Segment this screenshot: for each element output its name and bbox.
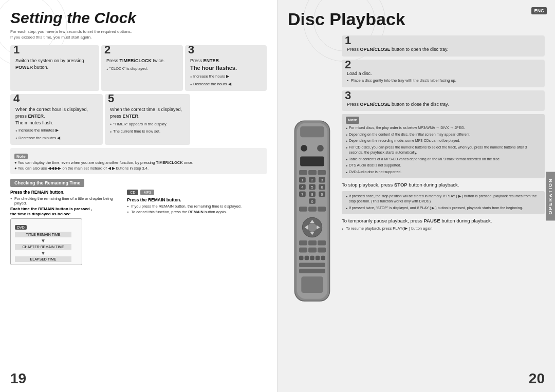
cd-mp3-badges: CD MP3 <box>127 190 267 195</box>
page-container: Setting the Clock For each step, you hav… <box>0 0 555 392</box>
svg-rect-43 <box>318 248 326 253</box>
mp3-badge: MP3 <box>140 190 154 195</box>
dvd-item-1: TITLE REMAIN TIME <box>15 232 71 237</box>
svg-rect-49 <box>299 263 325 268</box>
svg-rect-40 <box>318 240 326 246</box>
step-3-content: Press ENTER. The hour flashes. Increase … <box>190 58 262 87</box>
svg-text:9: 9 <box>321 192 323 197</box>
step-1-number: 1 <box>13 43 20 57</box>
svg-text:1: 1 <box>301 178 303 183</box>
step-5-content: When the correct time is displayed, pres… <box>110 106 184 134</box>
svg-rect-29 <box>299 207 307 212</box>
step-5: 5 When the correct time is displayed, pr… <box>105 94 190 145</box>
stop-note-2: If pressed twice, "STOP" is displayed, a… <box>346 206 541 211</box>
remain-title: Press the REMAIN button. <box>10 190 122 195</box>
stop-playback-text: To stop playback, press STOP button duri… <box>342 181 545 188</box>
stop-note-1: If pressed once, the stop position will … <box>346 194 541 204</box>
svg-rect-41 <box>299 248 307 253</box>
step-4-content: When the correct hour is displayed, pres… <box>15 106 98 141</box>
checking-header: Checking the Remaining Time <box>10 179 84 187</box>
svg-rect-46 <box>310 256 314 260</box>
step-5-note2: The current time is now set. <box>110 129 184 135</box>
pause-note: To resume playback, press PLAY( ▶ ) butt… <box>342 226 545 231</box>
svg-text:8: 8 <box>311 192 313 197</box>
svg-text:6: 6 <box>321 185 323 190</box>
dvd-item-3: ELAPSED TIME <box>15 256 71 262</box>
disc-step-3-content: Press OPEN/CLOSE button to close the dis… <box>347 101 540 108</box>
disc-step-3: 3 Press OPEN/CLOSE button to close the d… <box>342 90 545 111</box>
right-page-number: 20 <box>529 370 545 387</box>
disc-note-item-4: For CD discs, you can press the numeric … <box>346 145 541 156</box>
dvd-flow: TITLE REMAIN TIME ▼ CHAPTER REMAIN TIME … <box>15 232 78 262</box>
cd-badge: CD <box>127 190 138 195</box>
step-2-note: "CLOCK" is displayed. <box>106 66 178 72</box>
dvd-badge: DVD <box>15 225 27 230</box>
pause-playback-text: To temporarily pause playback, press PAU… <box>342 217 545 224</box>
right-page: Disc Playback ENG <box>278 0 555 392</box>
disc-step-2-note: Place a disc gently into the tray with t… <box>347 78 540 84</box>
svg-rect-47 <box>316 256 320 260</box>
stop-note-box: If pressed once, the stop position will … <box>342 191 545 215</box>
svg-text:7: 7 <box>301 192 303 197</box>
svg-text:4: 4 <box>301 185 303 190</box>
checking-left: Press the REMAIN button. For checking th… <box>10 190 122 266</box>
remote-control: 1 2 3 4 5 6 7 8 9 <box>290 118 334 304</box>
svg-rect-51 <box>301 277 323 293</box>
cd-note1: If you press the REMAIN button, the rema… <box>127 204 267 209</box>
right-title: Disc Playback <box>288 9 545 29</box>
disc-note-item-6: DTS Audio disc is not supported. <box>346 163 541 169</box>
eng-badge: ENG <box>531 7 547 14</box>
dvd-arrow-2: ▼ <box>41 250 46 256</box>
disc-step-3-number: 3 <box>345 89 351 102</box>
steps-top: 1 Switch the system on by pressing POWER… <box>10 45 267 91</box>
step-3-number: 3 <box>188 43 194 57</box>
svg-text:3: 3 <box>321 178 323 183</box>
cd-remain-title: Press the REMAIN button. <box>127 197 267 202</box>
step-4: 4 When the correct hour is displayed, pr… <box>10 94 103 145</box>
disc-step-1: 1 Press OPEN/CLOSE button to open the di… <box>342 35 545 57</box>
step-3-note2: Decrease the hours ◀ <box>190 82 262 87</box>
step-4-note2: Decrease the minutes ◀ <box>15 136 98 141</box>
operation-tab: OPERATION <box>546 172 555 220</box>
svg-rect-2 <box>300 126 324 137</box>
remain-bullet: For checking the remaining time of a tit… <box>10 196 122 206</box>
note-box: Note ● You can display the time, even wh… <box>10 148 267 174</box>
step-2-number: 2 <box>104 43 110 57</box>
left-page: Setting the Clock For each step, you hav… <box>0 0 278 392</box>
step-1: 1 Switch the system on by pressing POWER… <box>10 45 99 91</box>
disc-note-item-5: Table of contents of a MP3-CD varies dep… <box>346 157 541 162</box>
step-1-content: Switch the system on by pressing POWER b… <box>15 58 94 70</box>
svg-rect-6 <box>299 170 307 175</box>
svg-text:5: 5 <box>311 185 313 190</box>
right-content: 1 2 3 4 5 6 7 8 9 <box>288 35 545 387</box>
steps-bottom: 4 When the correct hour is displayed, pr… <box>10 94 267 145</box>
disc-note-item-3: Depending on the recording mode, some MP… <box>346 138 541 144</box>
left-title: Setting the Clock <box>10 9 267 27</box>
cd-note2: To cancel this function, press the REMAI… <box>127 210 267 214</box>
svg-rect-8 <box>318 170 326 175</box>
step-5-note1: "TIMER" appears in the display. <box>110 122 184 127</box>
svg-rect-38 <box>299 240 307 246</box>
step-2-content: Press TIMER/CLOCK twice. "CLOCK" is disp… <box>106 58 178 71</box>
step-3-note1: Increase the hours ▶ <box>190 74 262 80</box>
svg-rect-31 <box>318 207 326 212</box>
disc-steps: 1 Press OPEN/CLOSE button to open the di… <box>342 35 545 387</box>
svg-point-4 <box>317 145 324 152</box>
checking-content: Press the REMAIN button. For checking th… <box>10 190 267 266</box>
step-4-note1: Increase the minutes ▶ <box>15 128 98 134</box>
svg-text:2: 2 <box>311 178 313 183</box>
disc-step-2-content: Load a disc. Place a disc gently into th… <box>347 70 540 84</box>
svg-rect-5 <box>300 157 324 166</box>
checking-right: CD MP3 Press the REMAIN button. If you p… <box>127 190 267 266</box>
svg-rect-45 <box>305 256 309 260</box>
remote-container: 1 2 3 4 5 6 7 8 9 <box>288 35 337 387</box>
disc-note-item-2: Depending on the content of the disc, th… <box>346 132 541 138</box>
disc-step-2-number: 2 <box>345 58 351 71</box>
disc-note-box: Note For mixed discs, the play order is … <box>342 114 545 178</box>
svg-rect-44 <box>299 256 304 260</box>
dvd-diagram: DVD TITLE REMAIN TIME ▼ CHAPTER REMAIN T… <box>10 218 82 265</box>
left-subtitle: For each step, you have a few seconds to… <box>10 29 267 40</box>
dvd-arrow-1: ▼ <box>41 238 46 244</box>
svg-rect-39 <box>308 240 317 246</box>
svg-rect-48 <box>321 256 326 260</box>
